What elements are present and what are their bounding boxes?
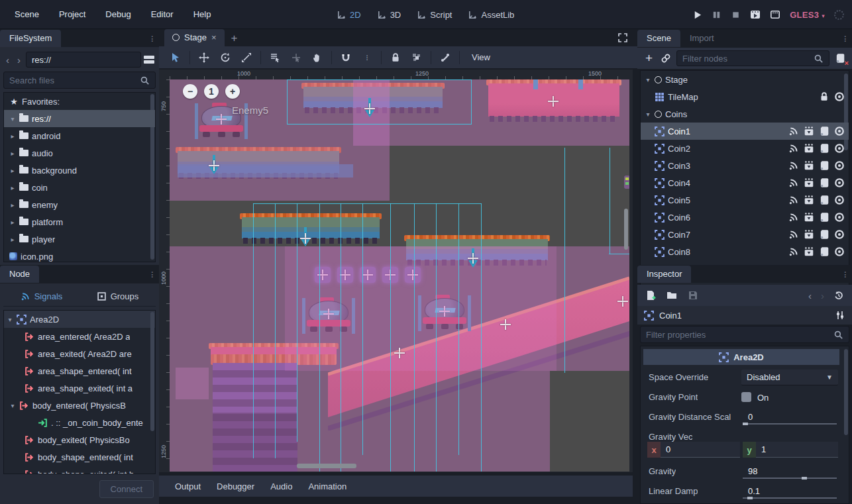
coin-sprite[interactable]	[405, 267, 421, 283]
signal-connected-icon[interactable]	[788, 177, 799, 188]
signal-row[interactable]: ▾ body_shape_entered( int	[4, 448, 155, 466]
bottom-dock-tab[interactable]: Audio	[264, 478, 299, 495]
panel-menu-icon[interactable]: ⁝	[151, 270, 154, 280]
vertical-scrollbar[interactable]	[624, 209, 628, 250]
menu-item[interactable]: Scene	[7, 6, 47, 23]
tab-import[interactable]: Import	[680, 30, 723, 47]
visibility-eye-icon[interactable]	[834, 229, 845, 240]
gravity-distance-input[interactable]: 0	[741, 409, 838, 425]
filesystem-tree-row[interactable]: ★ ▾ res://	[4, 110, 155, 127]
play-scene-button[interactable]	[750, 9, 761, 20]
nav-back-icon[interactable]: ‹	[3, 54, 12, 66]
gizmo-handle[interactable]	[533, 79, 538, 89]
signal-connected-icon[interactable]	[788, 246, 799, 257]
group-icon[interactable]	[804, 195, 814, 205]
pan-tool-icon[interactable]	[310, 50, 325, 65]
lock-object-icon[interactable]	[388, 50, 403, 65]
renderer-selector[interactable]: GLES3 ▾	[790, 10, 825, 20]
script-icon[interactable]	[819, 160, 829, 171]
script-icon[interactable]	[819, 195, 829, 205]
script-icon[interactable]	[819, 143, 829, 154]
expand-arrow-icon[interactable]: ▾	[645, 111, 651, 118]
visibility-eye-icon[interactable]	[834, 143, 845, 154]
menu-item[interactable]: Debug	[97, 6, 138, 23]
display-mode-icon[interactable]	[144, 54, 156, 65]
group-icon[interactable]	[804, 246, 814, 257]
scene-tree-row[interactable]: Coin8	[641, 243, 849, 260]
filesystem-tree-row[interactable]: ★ ▸ android	[4, 127, 155, 144]
wavy-ground-sprite[interactable]	[213, 363, 297, 472]
signal-connected-icon[interactable]	[788, 143, 799, 154]
stop-button[interactable]	[731, 10, 741, 20]
tab-inspector[interactable]: Inspector	[637, 266, 691, 283]
horizontal-scrollbar[interactable]	[297, 464, 356, 468]
scene-tree-row[interactable]: ▾ Coins	[641, 105, 849, 123]
enemy-sprite[interactable]	[305, 299, 352, 332]
expand-arrow-icon[interactable]: ▾	[645, 76, 651, 83]
signal-row[interactable]: ▾ area_entered( Area2D a	[4, 328, 155, 345]
platform-sprite[interactable]	[242, 213, 380, 238]
mode-button[interactable]: 2D	[331, 7, 366, 23]
play-custom-scene-button[interactable]	[770, 9, 780, 20]
bottom-dock-tab[interactable]: Animation	[301, 478, 353, 495]
filesystem-tree-row[interactable]: ★ ▸ audio	[4, 144, 155, 162]
load-resource-icon[interactable]	[666, 290, 677, 301]
signal-row[interactable]: ▾ body_shape_exited( int b	[4, 466, 155, 474]
expand-arrow-icon[interactable]: ▸	[9, 219, 16, 226]
expand-arrow-icon[interactable]: ▸	[9, 236, 16, 243]
visibility-eye-icon[interactable]	[834, 126, 845, 136]
scene-tab-stage[interactable]: Stage ×	[164, 29, 225, 46]
group-icon[interactable]	[804, 126, 814, 136]
detach-script-button[interactable]: ×	[835, 52, 847, 64]
signal-row[interactable]: ▾ body_exited( PhysicsBo	[4, 431, 155, 448]
tab-filesystem[interactable]: FileSystem	[0, 30, 61, 47]
move-tool-icon[interactable]	[197, 50, 211, 65]
group-object-icon[interactable]	[409, 50, 424, 65]
scene-tree-row[interactable]: Coin5	[641, 191, 849, 209]
add-node-button[interactable]: +	[643, 51, 655, 66]
expand-arrow-icon[interactable]: ▾	[9, 115, 16, 123]
signals-scrollbar[interactable]	[150, 312, 154, 431]
scene-canvas[interactable]: Enemy5 − 1 +	[170, 79, 629, 472]
sloped-ground-sprite[interactable]	[328, 268, 629, 430]
script-icon[interactable]	[819, 126, 829, 136]
extra-tools-icon[interactable]	[835, 310, 845, 321]
close-tab-icon[interactable]: ×	[211, 32, 217, 42]
crosshair-gizmo[interactable]	[300, 233, 311, 244]
group-icon[interactable]	[804, 143, 814, 154]
crosshair-gizmo[interactable]	[394, 348, 405, 358]
search-files-input[interactable]	[9, 76, 140, 85]
panel-menu-icon[interactable]: ⁝	[151, 34, 154, 44]
filter-nodes-field[interactable]	[676, 50, 829, 66]
filesystem-tree-row[interactable]: ★ Favorites:	[4, 93, 155, 110]
search-files-field[interactable]	[3, 72, 156, 89]
visibility-eye-icon[interactable]	[834, 246, 845, 257]
instance-scene-button[interactable]	[661, 53, 671, 64]
path-input[interactable]	[32, 55, 135, 65]
linear-damp-input[interactable]: 0.1	[741, 483, 838, 499]
pixel-snap-icon[interactable]	[289, 50, 303, 65]
signal-row[interactable]: ▾ body_entered( PhysicsB	[4, 397, 155, 414]
skeleton-options-icon[interactable]	[438, 50, 453, 65]
script-icon[interactable]	[819, 212, 829, 223]
pause-button[interactable]	[712, 10, 721, 20]
tab-groups[interactable]: Groups	[80, 287, 156, 306]
group-icon[interactable]	[804, 160, 814, 171]
snap-options-icon[interactable]: ⁝	[360, 50, 374, 65]
new-resource-icon[interactable]	[645, 290, 656, 301]
group-icon[interactable]	[804, 212, 814, 223]
new-scene-tab-icon[interactable]: +	[225, 30, 244, 46]
view-menu[interactable]: View	[466, 52, 496, 62]
menu-item[interactable]: Project	[51, 6, 93, 23]
list-select-icon[interactable]	[268, 50, 282, 65]
play-button[interactable]	[692, 10, 702, 20]
expand-arrow-icon[interactable]: ▾	[9, 402, 16, 409]
enemy-sprite[interactable]	[421, 297, 468, 330]
scale-tool-icon[interactable]	[239, 50, 254, 65]
scene-tree-row[interactable]: Coin1	[641, 123, 849, 140]
group-icon[interactable]	[804, 177, 814, 188]
history-back-icon[interactable]: ‹	[808, 290, 812, 301]
filter-properties-input[interactable]	[646, 330, 833, 340]
scene-tree-row[interactable]: ▾ Stage	[641, 71, 849, 88]
gravity-vec-y-input[interactable]: y 1	[743, 442, 838, 458]
